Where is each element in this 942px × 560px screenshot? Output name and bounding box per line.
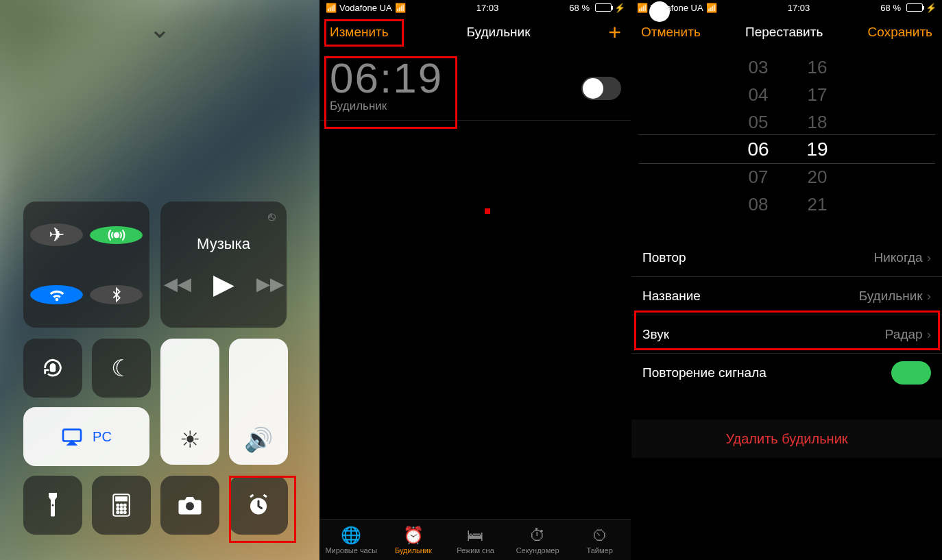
speaker-icon: 🔊 <box>244 426 273 453</box>
svg-point-14 <box>124 511 126 513</box>
camera-tile[interactable] <box>160 476 219 535</box>
battery-icon <box>906 3 923 12</box>
alarm-tab-icon: ⏰ <box>403 526 424 545</box>
svg-point-8 <box>124 504 126 506</box>
time-picker[interactable]: 03040506070809 16171819202122 <box>631 53 942 218</box>
picker-mins[interactable]: 16171819202122 <box>793 53 841 218</box>
highlight-edit <box>324 19 404 47</box>
prev-icon[interactable]: ◀◀ <box>164 273 191 295</box>
svg-point-11 <box>124 508 126 510</box>
airplay-rect-icon <box>61 428 83 446</box>
status-bar: 📶Vodafone UA📶 17:03 68 %⚡ <box>320 0 631 15</box>
row-label: Повтор <box>642 250 686 265</box>
name-row[interactable]: Название Будильник› <box>631 277 942 315</box>
svg-point-10 <box>120 508 122 510</box>
charging-icon: ⚡ <box>614 3 625 13</box>
next-icon[interactable]: ▶▶ <box>256 273 284 295</box>
chevron-down-icon[interactable]: ⌄ <box>149 14 171 44</box>
wifi-status-icon: 📶 <box>395 3 406 13</box>
edit-alarm-panel: 📶Vodafone UA📶 17:03 68 %⚡ Отменить Перес… <box>631 0 942 560</box>
moon-icon: ☾ <box>111 354 132 382</box>
flashlight-tile[interactable] <box>23 476 82 535</box>
calculator-icon <box>112 494 131 517</box>
alarm-toggle[interactable] <box>581 77 621 100</box>
nav-bar: Отменить Переставить Сохранить <box>631 15 942 49</box>
svg-point-7 <box>120 504 122 506</box>
sun-icon: ☀ <box>180 426 200 453</box>
row-label: Повторение сигнала <box>642 365 766 380</box>
mirror-label: PC <box>93 429 112 445</box>
orientation-lock-tile[interactable] <box>23 339 82 398</box>
airplay-icon: ⎋ <box>268 210 276 224</box>
status-time: 17:03 <box>788 3 810 13</box>
music-label: Музыка <box>197 235 250 253</box>
volume-slider[interactable]: 🔊 <box>229 339 288 465</box>
music-tile[interactable]: ⎋ Музыка ◀◀ ▶ ▶▶ <box>160 202 287 328</box>
svg-point-13 <box>120 511 122 513</box>
repeat-row[interactable]: Повтор Никогда› <box>631 239 942 277</box>
camera-icon <box>178 496 202 515</box>
highlight-alarm-time <box>324 56 457 129</box>
flashlight-icon <box>46 493 60 518</box>
add-button[interactable]: + <box>608 20 621 45</box>
dnd-tile[interactable]: ☾ <box>92 339 151 398</box>
nav-title: Будильник <box>389 25 609 40</box>
red-dot <box>485 208 490 214</box>
lock-rotate-icon <box>41 356 64 380</box>
svg-point-3 <box>52 504 54 507</box>
signal-icon: 📶 <box>637 3 648 13</box>
alarm-list-panel: 📶Vodafone UA📶 17:03 68 %⚡ Изменить Будил… <box>319 0 631 560</box>
picker-hours[interactable]: 03040506070809 <box>734 53 782 218</box>
music-controls: ◀◀ ▶ ▶▶ <box>164 268 284 300</box>
control-center-panel: ⌄ ✈ ⎋ Музыка ◀◀ ▶ ▶▶ ☾ ☀ 🔊 PC <box>0 0 319 560</box>
tab-alarm[interactable]: ⏰Будильник <box>383 520 445 560</box>
battery-icon <box>595 3 612 12</box>
wifi-status-icon: 📶 <box>706 3 717 13</box>
svg-point-12 <box>117 511 119 513</box>
bed-icon: 🛏 <box>467 526 483 545</box>
svg-point-15 <box>186 502 194 511</box>
highlight-alarm-tile <box>229 476 296 543</box>
save-button[interactable]: Сохранить <box>868 25 932 40</box>
carrier: Vodafone UA <box>339 3 392 13</box>
delete-alarm-button[interactable]: Удалить будильник <box>631 419 942 458</box>
tab-label: Будильник <box>395 546 432 555</box>
play-icon[interactable]: ▶ <box>213 268 234 300</box>
globe-icon: 🌐 <box>341 526 361 545</box>
snooze-row[interactable]: Повторение сигнала <box>631 354 942 392</box>
status-bar: 📶Vodafone UA📶 17:03 68 %⚡ <box>631 0 942 15</box>
tab-timer[interactable]: ⏲Таймер <box>568 520 631 560</box>
svg-rect-2 <box>63 430 81 441</box>
timer-icon: ⏲ <box>592 526 608 545</box>
cellular-icon[interactable] <box>90 226 143 244</box>
row-value: Никогда <box>874 250 923 265</box>
tab-stopwatch[interactable]: ⏱Секундомер <box>507 520 569 560</box>
tab-label: Таймер <box>587 546 613 555</box>
bluetooth-icon[interactable] <box>90 285 143 304</box>
row-label: Название <box>642 289 701 304</box>
row-value: Будильник <box>859 289 923 304</box>
tab-label: Мировые часы <box>325 546 377 555</box>
calculator-tile[interactable] <box>92 476 151 535</box>
screen-mirror-tile[interactable]: PC <box>23 407 149 466</box>
tab-sleep[interactable]: 🛏Режим сна <box>444 520 507 560</box>
stopwatch-icon: ⏱ <box>529 526 546 545</box>
svg-point-6 <box>117 504 119 506</box>
status-time: 17:03 <box>476 3 499 13</box>
snooze-toggle[interactable] <box>891 361 931 385</box>
tab-label: Режим сна <box>457 546 494 555</box>
connectivity-tile[interactable]: ✈ <box>23 202 149 328</box>
highlight-sound-row <box>634 311 940 350</box>
battery-pct: 68 % <box>569 3 590 13</box>
brightness-slider[interactable]: ☀ <box>160 339 219 465</box>
cancel-button[interactable]: Отменить <box>641 25 701 40</box>
tab-world[interactable]: 🌐Мировые часы <box>320 520 383 560</box>
svg-point-9 <box>117 508 119 510</box>
chevron-right-icon: › <box>927 289 931 304</box>
nav-title: Переставить <box>701 25 868 40</box>
signal-icon: 📶 <box>326 3 337 13</box>
wifi-icon[interactable] <box>30 285 83 304</box>
airplane-icon[interactable]: ✈ <box>30 223 83 246</box>
chevron-right-icon: › <box>927 250 931 265</box>
battery-pct: 68 % <box>880 3 901 13</box>
